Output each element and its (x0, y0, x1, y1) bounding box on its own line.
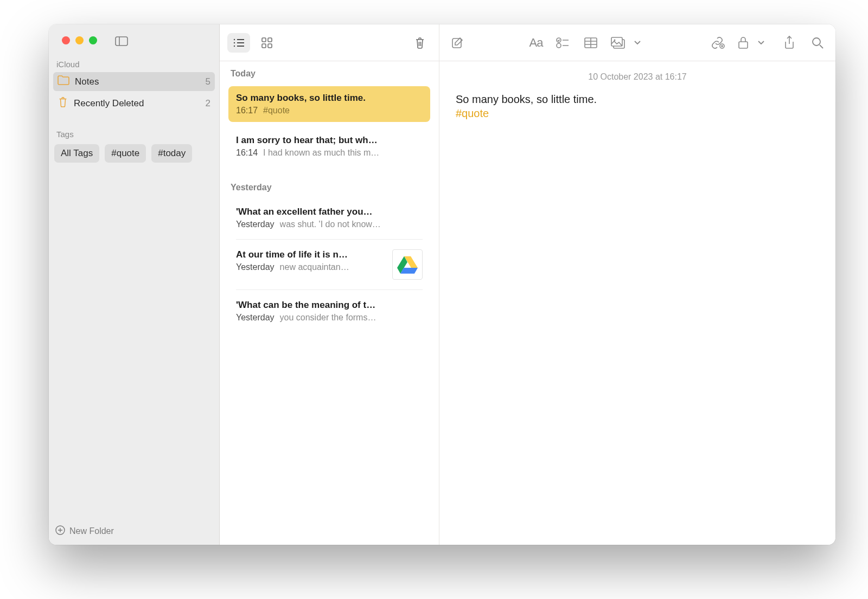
sidebar-tags-label: Tags (49, 114, 219, 141)
svg-point-36 (813, 38, 820, 46)
media-button[interactable] (611, 35, 625, 51)
trash-icon (58, 96, 68, 110)
note-row[interactable]: 'What can be the meaning of t… Yesterday… (228, 293, 430, 329)
note-title: 'What an excellent father you… (236, 207, 423, 217)
sidebar-item-count: 5 (206, 76, 210, 87)
note-snippet: you consider the forms… (280, 313, 423, 323)
chevron-down-icon[interactable] (753, 35, 769, 51)
checklist-button[interactable] (554, 35, 571, 51)
divider (236, 289, 423, 290)
share-button[interactable] (781, 35, 797, 51)
svg-line-37 (820, 45, 823, 48)
sidebar-item-count: 2 (206, 98, 210, 109)
note-snippet: was shut. 'I do not know… (280, 220, 423, 229)
note-time: 16:14 (236, 148, 258, 158)
editor-toolbar: Aa (439, 24, 835, 61)
note-time: Yesterday (236, 262, 275, 272)
text-format-button[interactable]: Aa (529, 35, 543, 51)
view-grid-button[interactable] (256, 33, 278, 53)
new-folder-button[interactable]: New Folder (49, 518, 219, 545)
plus-circle-icon (55, 525, 65, 537)
svg-rect-12 (268, 38, 272, 42)
svg-rect-0 (116, 37, 127, 46)
notes-list-column: Today So many books, so little time. 16:… (220, 24, 439, 545)
note-snippet: I had known as much this m… (263, 148, 423, 158)
note-time: 16:17 (236, 106, 258, 115)
link-note-button[interactable] (710, 35, 726, 51)
note-row[interactable]: At our time of life it is n… Yesterday n… (228, 243, 430, 286)
note-hashtag: #quote (456, 107, 819, 120)
sidebar-item-notes[interactable]: Notes 5 (53, 72, 215, 91)
svg-rect-35 (739, 42, 748, 48)
sidebar-item-recently-deleted[interactable]: Recently Deleted 2 (53, 93, 215, 113)
note-snippet: new acquaintan… (280, 262, 386, 272)
new-folder-label: New Folder (69, 526, 114, 536)
note-snippet: #quote (263, 106, 423, 115)
note-title: 'What can be the meaning of t… (236, 300, 423, 311)
close-window-button[interactable] (62, 36, 70, 44)
note-title: I am sorry to hear that; but wh… (236, 135, 423, 146)
tag-chip-quote[interactable]: #quote (105, 144, 146, 163)
chevron-down-icon[interactable] (629, 35, 646, 51)
tag-chip-all[interactable]: All Tags (54, 144, 99, 163)
notes-group-today-label: Today (220, 61, 439, 83)
folder-icon (58, 75, 69, 88)
note-row[interactable]: So many books, so little time. 16:17 #qu… (228, 86, 430, 122)
svg-rect-14 (268, 44, 272, 48)
note-title: So many books, so little time. (236, 93, 423, 104)
svg-point-23 (557, 43, 561, 48)
delete-note-button[interactable] (409, 33, 431, 53)
view-list-button[interactable] (227, 33, 250, 53)
fullscreen-window-button[interactable] (89, 36, 97, 44)
sidebar-account-label: iCloud (49, 44, 219, 71)
lock-button[interactable] (738, 35, 749, 51)
editor-body[interactable]: 10 October 2023 at 16:17 So many books, … (439, 61, 835, 131)
notes-window: iCloud Notes 5 Recently Deleted 2 (49, 24, 835, 545)
divider (236, 239, 423, 240)
svg-rect-13 (262, 44, 266, 48)
notes-list-toolbar (220, 24, 439, 61)
note-row[interactable]: 'What an excellent father you… Yesterday… (228, 200, 430, 236)
editor-column: Aa (439, 24, 835, 545)
sidebar-tags: All Tags #quote #today (49, 141, 219, 163)
window-controls (49, 24, 219, 44)
minimize-window-button[interactable] (75, 36, 84, 44)
note-timestamp: 10 October 2023 at 16:17 (456, 72, 819, 82)
google-drive-icon (392, 249, 423, 280)
formatting-group: Aa (529, 35, 646, 51)
svg-point-5 (234, 38, 235, 40)
note-title: At our time of life it is n… (236, 249, 386, 260)
note-time: Yesterday (236, 220, 275, 229)
notes-group-yesterday-label: Yesterday (220, 168, 439, 197)
actions-group (710, 35, 826, 51)
sidebar-item-label: Notes (75, 76, 99, 87)
toggle-sidebar-button[interactable] (112, 35, 131, 48)
sidebar: iCloud Notes 5 Recently Deleted 2 (49, 24, 220, 545)
table-button[interactable] (583, 35, 599, 51)
compose-note-button[interactable] (449, 35, 465, 51)
sidebar-item-label: Recently Deleted (74, 98, 144, 109)
tag-chip-today[interactable]: #today (151, 144, 192, 163)
note-content-line: So many books, so little time. (456, 92, 819, 107)
search-button[interactable] (809, 35, 826, 51)
note-row[interactable]: I am sorry to hear that; but wh… 16:14 I… (228, 128, 430, 164)
note-time: Yesterday (236, 313, 275, 323)
svg-point-7 (234, 42, 235, 43)
svg-point-9 (234, 45, 235, 46)
svg-rect-11 (262, 38, 266, 42)
